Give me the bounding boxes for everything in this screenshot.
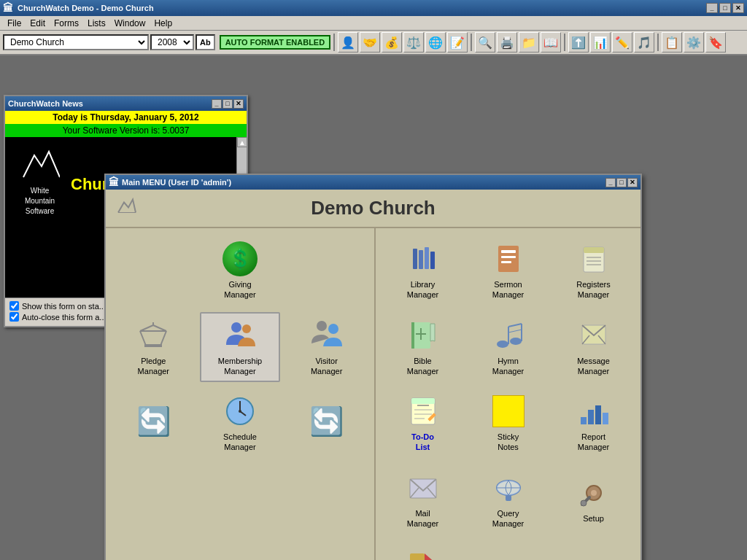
svg-rect-8 (144, 344, 162, 347)
svg-rect-31 (411, 322, 414, 349)
toolbar-person-icon[interactable]: 👤 (338, 32, 358, 52)
toolbar-folder-icon[interactable]: 📁 (519, 32, 539, 52)
sermon-manager-button[interactable]: SermonManager (468, 236, 548, 306)
main-menu-restore-button[interactable]: □ (616, 178, 627, 187)
news-close-button[interactable]: ✕ (233, 99, 244, 109)
year-selector[interactable]: 2008 (150, 34, 194, 50)
giving-manager-button[interactable]: 💲 GivingManager (200, 236, 281, 306)
sticky-notes-button[interactable]: StickyNotes (468, 388, 548, 459)
minimize-button[interactable]: _ (706, 3, 718, 13)
registers-manager-button[interactable]: RegistersManager (554, 236, 633, 306)
svg-rect-23 (501, 256, 516, 258)
show-form-checkbox[interactable] (9, 301, 19, 311)
toolbar-separator3 (564, 34, 565, 51)
ab-button[interactable]: Ab (196, 34, 215, 50)
maximize-button[interactable]: □ (719, 3, 731, 13)
svg-line-39 (508, 330, 522, 332)
svg-rect-17 (413, 249, 417, 269)
svg-rect-22 (501, 250, 516, 253)
message-manager-button[interactable]: MessageManager (554, 312, 633, 383)
toolbar-print-icon[interactable]: 🖨️ (497, 32, 517, 52)
close-button[interactable]: ✕ (732, 3, 744, 13)
svg-rect-60 (506, 495, 511, 501)
toolbar-handshake-icon[interactable]: 🤝 (360, 32, 380, 52)
menu-bar: File Edit Forms Lists Window Help (0, 16, 747, 31)
report-manager-button[interactable]: ReportManager (554, 388, 633, 459)
query-manager-button[interactable]: QueryManager (468, 464, 548, 535)
auto-format-button[interactable]: AUTO FORMAT ENABLED (220, 35, 330, 50)
svg-line-7 (153, 325, 166, 331)
svg-rect-53 (603, 413, 608, 424)
church-selector[interactable]: Demo Church (3, 34, 149, 50)
toolbar-clipboard-icon[interactable]: 📋 (662, 32, 682, 52)
membership-manager-button[interactable]: MembershipManager (200, 312, 281, 383)
sticky-notes-label: StickyNotes (498, 432, 519, 453)
svg-line-5 (160, 331, 166, 346)
menu-file[interactable]: File (3, 17, 26, 30)
news-panel-title: ChurchWatch News (8, 99, 212, 108)
auto-close-checkbox[interactable] (9, 312, 19, 322)
left-arrow2[interactable]: 🔄 (286, 388, 367, 459)
main-menu-close-button[interactable]: ✕ (627, 178, 638, 187)
main-menu-right-panel: LibraryManager SermonManager (376, 228, 640, 560)
news-minimize-button[interactable]: _ (212, 99, 222, 109)
toolbar-book-icon[interactable]: 📖 (541, 32, 561, 52)
svg-point-16 (239, 410, 241, 413)
svg-rect-18 (419, 250, 423, 269)
library-manager-label: LibraryManager (407, 279, 438, 300)
main-menu-window-controls: _ □ ✕ (605, 178, 638, 187)
show-form-label: Show this form on sta... (22, 302, 106, 311)
toolbar-scale-icon[interactable]: ⚖️ (403, 32, 424, 52)
toolbar-pencil-icon[interactable]: ✏️ (612, 32, 632, 52)
schedule-manager-button[interactable]: ScheduleManager (200, 388, 281, 459)
library-manager-button[interactable]: LibraryManager (383, 236, 462, 306)
svg-rect-24 (501, 261, 511, 263)
pledge-manager-button[interactable]: PledgeManager (113, 312, 194, 383)
toolbar-notes-icon[interactable]: 📝 (447, 32, 468, 52)
svg-rect-20 (430, 252, 435, 269)
main-menu-church-name: Demo Church (311, 197, 435, 219)
main-menu-minimize-button[interactable]: _ (605, 178, 616, 187)
toolbar-bookmark-icon[interactable]: 🔖 (705, 32, 726, 52)
hymn-manager-label: HymnManager (492, 356, 524, 377)
svg-point-34 (497, 341, 508, 348)
toolbar-separator1 (333, 34, 335, 51)
bible-manager-button[interactable]: BibleManager (383, 312, 462, 383)
svg-line-38 (508, 324, 522, 327)
toolbar-separator4 (657, 34, 659, 51)
exit-button[interactable]: Exit (383, 540, 462, 560)
visitor-manager-button[interactable]: VisitorManager (286, 312, 367, 383)
toolbar-gear-icon[interactable]: ⚙️ (684, 32, 704, 52)
toolbar-globe-icon[interactable]: 🌐 (425, 32, 446, 52)
svg-point-62 (591, 490, 597, 496)
todo-list-button[interactable]: To-DoList (383, 388, 462, 459)
app-icon: 🏛 (3, 2, 15, 14)
left-arrow2-icon: 🔄 (309, 404, 344, 439)
main-menu-window: 🏛 Main MENU (User ID 'admin') _ □ ✕ Demo… (104, 174, 642, 560)
mail-manager-button[interactable]: MailManager (383, 464, 462, 535)
news-restore-button[interactable]: □ (222, 99, 233, 109)
menu-forms[interactable]: Forms (50, 17, 83, 30)
pledge-manager-icon (136, 318, 171, 353)
menu-edit[interactable]: Edit (26, 17, 50, 30)
hymn-manager-button[interactable]: HymnManager (468, 312, 548, 383)
toolbar-chart-icon[interactable]: 📊 (590, 32, 611, 52)
registers-manager-icon (576, 241, 611, 276)
menu-lists[interactable]: Lists (83, 17, 110, 30)
news-scroll-up-button[interactable]: ▲ (237, 137, 247, 147)
toolbar-search-icon[interactable]: 🔍 (475, 32, 495, 52)
toolbar-arrow-up-icon[interactable]: ⬆️ (568, 32, 589, 52)
svg-point-9 (231, 322, 241, 332)
news-titlebar: ChurchWatch News _ □ ✕ (5, 96, 247, 111)
menu-window[interactable]: Window (110, 17, 150, 30)
left-arrow1[interactable]: 🔄 (113, 388, 194, 459)
exit-icon (406, 546, 441, 560)
menu-help[interactable]: Help (150, 17, 177, 30)
toolbar-money-icon[interactable]: 💰 (382, 32, 402, 52)
schedule-manager-label: ScheduleManager (223, 432, 257, 453)
query-manager-icon (491, 470, 526, 505)
header-chart-icon (117, 196, 137, 220)
toolbar-music-icon[interactable]: 🎵 (634, 32, 654, 52)
setup-label: Setup (583, 513, 604, 524)
setup-button[interactable]: Setup (554, 464, 633, 535)
